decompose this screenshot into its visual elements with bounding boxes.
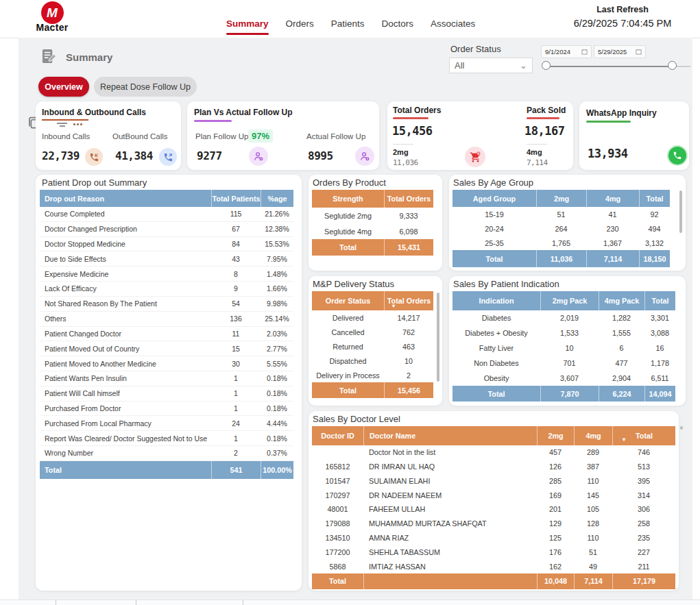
- cell: 16: [644, 341, 675, 356]
- cell: 1,178: [644, 356, 675, 371]
- date-range-slider-track[interactable]: [546, 66, 673, 67]
- cell: 10: [384, 354, 433, 368]
- column-header[interactable]: Order Status: [312, 291, 384, 310]
- outbound-calls-label: OutBound Calls: [112, 132, 168, 140]
- date-to-value: 5/29/2025: [598, 48, 627, 55]
- cell: Total: [312, 382, 384, 398]
- tab-summary[interactable]: Summary: [226, 18, 269, 29]
- table-total-row: Total7,8706,22414,094: [452, 386, 675, 402]
- macter-logo-text: Macter: [33, 22, 71, 33]
- mg4-label: 4mg: [527, 148, 542, 156]
- cell: 4.44%: [261, 416, 293, 430]
- cell: 5868: [312, 559, 363, 573]
- column-header[interactable]: Total Patients: [211, 190, 261, 207]
- date-range-slider-handle-right[interactable]: [668, 61, 677, 70]
- cell: Report Was Cleared/ Doctor Suggested Not…: [40, 431, 211, 445]
- cart-icon: [465, 147, 485, 167]
- cell: 14,094: [644, 386, 675, 402]
- cell: 227: [612, 545, 675, 559]
- cell: 285: [537, 474, 574, 489]
- column-header[interactable]: Total: [612, 426, 675, 445]
- column-header[interactable]: Indication: [452, 291, 540, 310]
- cell: Purchased From Doctor: [40, 402, 211, 416]
- delivery-scrollbar[interactable]: [437, 293, 439, 382]
- cell: 1: [211, 371, 261, 386]
- column-header[interactable]: 4mg: [586, 190, 639, 207]
- overview-button[interactable]: Overview: [38, 77, 89, 97]
- top-bar: M Macter Summary Orders Patients Doctors…: [0, 0, 700, 38]
- column-header[interactable]: 4mg: [574, 426, 612, 445]
- table-row: Delivery in Process2: [312, 368, 433, 382]
- cell: SULAIMAN ELAHI: [363, 474, 537, 489]
- column-header[interactable]: Total Orders: [384, 190, 433, 208]
- table-row: Diabetes2,0191,2823,301: [452, 310, 675, 325]
- cell: 177200: [312, 545, 363, 559]
- cell: 169: [537, 488, 574, 502]
- cell: 41: [586, 207, 639, 221]
- cell: 2,904: [599, 371, 644, 386]
- delivery-status-table: Order StatusTotal OrdersDelivered14,217C…: [312, 291, 433, 398]
- column-header[interactable]: Total Orders: [384, 291, 433, 310]
- column-header[interactable]: Aged Group: [452, 190, 536, 207]
- column-header[interactable]: 2mg: [537, 426, 574, 445]
- cell: 129: [537, 517, 574, 531]
- whatsapp-value: 13,934: [588, 147, 627, 160]
- table-total-row: Total15,456: [312, 382, 433, 398]
- column-header[interactable]: Total: [639, 190, 670, 207]
- divider: [527, 144, 547, 145]
- age-group-scrollbar[interactable]: [679, 190, 682, 233]
- cell: 3,088: [644, 325, 675, 341]
- column-header[interactable]: 2mg Pack: [540, 291, 599, 310]
- column-header[interactable]: %age: [261, 190, 293, 207]
- indication-title: Sales By Patient Indication: [453, 279, 559, 289]
- column-header[interactable]: 4mg Pack: [599, 291, 644, 310]
- pack-sold-value: 18,167: [524, 124, 564, 138]
- cell: IMTIAZ HASSAN: [363, 559, 537, 573]
- cell: 54: [211, 297, 261, 311]
- cell: 746: [612, 445, 675, 460]
- order-status-dropdown[interactable]: All ⌄: [449, 58, 533, 73]
- column-header[interactable]: Doctor ID: [312, 426, 363, 445]
- table-total-row: Total10,0487,11417,179: [312, 573, 675, 589]
- order-status-label: Order Status: [450, 44, 501, 54]
- cell: Seglutide 4mg: [312, 223, 384, 239]
- doctor-scrollbar[interactable]: [680, 426, 683, 430]
- table-row: Expensive Medicine81.48%: [40, 267, 293, 282]
- column-header[interactable]: Total: [644, 291, 675, 310]
- macter-logo: M Macter: [33, 1, 71, 33]
- tab-patients[interactable]: Patients: [331, 18, 365, 29]
- table-row: Fatty Liver10616: [452, 341, 675, 356]
- cell: Diabetes + Obesity: [452, 325, 540, 341]
- repeat-dose-follow-up-button[interactable]: Repeat Dose Follow Up: [94, 77, 197, 97]
- tab-associates[interactable]: Associates: [431, 18, 475, 29]
- cell: 2: [211, 446, 261, 460]
- cell: 24: [211, 416, 261, 430]
- cell: 9,333: [384, 208, 433, 223]
- cell: 25.14%: [261, 312, 293, 326]
- cell: Total: [312, 573, 363, 589]
- date-range-slider-handle-left[interactable]: [542, 61, 551, 70]
- cell: 110: [574, 474, 612, 489]
- cell: 0.18%: [261, 402, 293, 416]
- cell: 165812: [312, 460, 363, 474]
- column-header[interactable]: 2mg: [536, 190, 586, 207]
- table-row: Returned463: [312, 339, 433, 354]
- column-header[interactable]: Drop out Reason: [40, 190, 211, 207]
- age-group-table: Aged Group2mg4mgTotal15-1951419220-24264…: [452, 190, 670, 267]
- cell: 230: [586, 221, 639, 236]
- table-row: 48001FAHEEM ULLAH201105306: [312, 502, 675, 517]
- date-from-input[interactable]: 9/1/2024: [541, 45, 592, 58]
- plan-follow-up-value: 9277: [197, 149, 222, 162]
- table-row: Others13625.14%: [40, 312, 293, 327]
- table-row: Delivered14,217: [312, 310, 433, 325]
- cell: 15.53%: [261, 237, 293, 251]
- tab-doctors[interactable]: Doctors: [382, 18, 414, 29]
- table-row: 165812DR IMRAN UL HAQ126387513: [312, 460, 675, 474]
- order-status-value: All: [455, 60, 464, 71]
- tab-orders[interactable]: Orders: [286, 18, 314, 29]
- table-row: Doctor Stopped Medicine8415.53%: [40, 237, 293, 252]
- date-to-input[interactable]: 5/29/2025: [594, 45, 646, 58]
- cell: 110: [574, 531, 612, 545]
- column-header[interactable]: Strength: [312, 190, 384, 208]
- column-header[interactable]: Doctor Name: [363, 426, 537, 445]
